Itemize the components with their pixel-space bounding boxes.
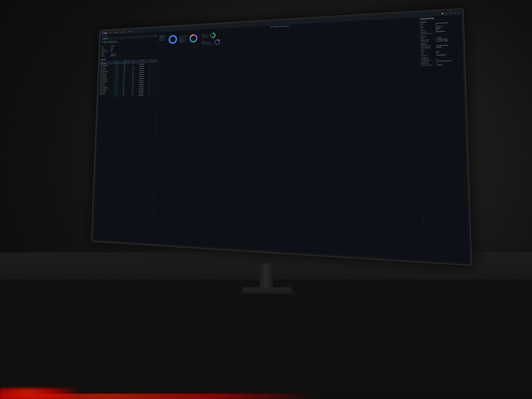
no-condition: No Medical Condition 171 xyxy=(202,43,214,45)
row-adult: Yes xyxy=(132,74,139,76)
total-num: 217 xyxy=(160,36,162,38)
pets-chart-block: Pets 🐾 Pet Owners 91 xyxy=(202,32,220,39)
row-status: A - Active xyxy=(114,81,123,82)
row-citizen: Yes xyxy=(123,89,132,90)
grid-icon[interactable]: ⊞ xyxy=(449,12,452,14)
row-pets: 0 xyxy=(149,94,153,96)
demographics-block: Demographics 👤 Adult F 70 xyxy=(180,33,198,44)
gear-icon[interactable]: ⚙ xyxy=(453,12,456,14)
pets-icon: 🐾 xyxy=(204,34,205,35)
main-donut-block xyxy=(168,34,177,44)
nav-events[interactable]: Events ▾ xyxy=(127,31,133,32)
row-citizen: Yes xyxy=(123,76,132,78)
main-donut-chart xyxy=(168,34,177,44)
bio-vehicle-desc-label: Vehicle Description xyxy=(421,64,437,66)
row-citizen: No xyxy=(123,82,132,84)
row-adult: Yes xyxy=(132,72,139,73)
row-dob: 04/20/1979 xyxy=(139,78,149,79)
bio-status-value: A - Active xyxy=(436,37,441,38)
nav-mission[interactable]: Mission ▾ xyxy=(120,31,126,33)
row-adult: Yes xyxy=(133,70,139,71)
row-adult: No xyxy=(132,89,139,90)
nav-region[interactable]: Region ▾ xyxy=(113,31,119,33)
svg-point-1 xyxy=(169,36,176,43)
screen: orion COP Region ▾ Mission ▾ Events ▾ ☽ xyxy=(93,10,469,263)
row-citizen: Yes xyxy=(123,87,132,88)
row-pets: 0 xyxy=(149,88,154,89)
row-status: A - Active xyxy=(115,62,124,64)
row-name: Guy Hawkins xyxy=(100,93,114,95)
row-name: Cody Fisher xyxy=(100,83,114,85)
nav-cop[interactable]: COP xyxy=(108,32,112,34)
row-dob: 04/20/1999 xyxy=(139,84,149,86)
row-adult: No xyxy=(133,68,139,69)
bio-status-section: Status Status A - Active neoMajorType 1 … xyxy=(421,34,461,43)
bio-manifest-section: Manifest Manifest Status O Vehicle GUID … xyxy=(421,56,462,66)
row-dob: 10/20/2016 xyxy=(139,74,150,75)
row-dob: 02/20/1981 xyxy=(139,82,149,83)
row-name: Bessie Cooper xyxy=(100,91,114,93)
row-dob: 11/20/1979 xyxy=(139,86,149,88)
no-condition-dot xyxy=(202,44,202,45)
print-icon[interactable]: 🖨 xyxy=(445,12,448,14)
row-name: Cameron Williamson xyxy=(100,87,114,89)
col-status: Status xyxy=(115,60,124,62)
row-adult: Yes xyxy=(133,66,139,67)
demo-minor-m: Minor M 38 xyxy=(180,41,188,42)
row-citizen: No xyxy=(123,72,133,74)
row-name: Ralph Edwards xyxy=(100,73,114,75)
bio-bracelet-value: Korea00000001 xyxy=(436,31,445,32)
bio-neo-minor-value: E - Adult 18 or older xyxy=(436,40,448,42)
row-citizen: Yes xyxy=(123,74,132,76)
moon-icon[interactable]: ☽ xyxy=(437,12,440,15)
bio-pets-section: Pets Name Oscar Type PS Bracelet ID xyxy=(421,48,461,57)
row-name xyxy=(99,95,114,97)
desk-surface-glow xyxy=(0,394,532,399)
row-name: Dianne Russell xyxy=(100,81,114,82)
monitor-bezel: orion COP Region ▾ Mission ▾ Events ▾ ☽ xyxy=(93,10,469,263)
stat-legend: Active 212 Inactive 5 xyxy=(160,38,166,41)
row-adult: Yes xyxy=(132,80,139,82)
row-name: Darlene Robertson xyxy=(101,65,115,66)
city-value: Salinas xyxy=(111,45,114,47)
row-citizen: Yes xyxy=(123,91,132,92)
bell-icon[interactable]: 🔔 xyxy=(441,12,444,15)
no-pets: No Pets 121 xyxy=(202,37,209,38)
active-label: Active xyxy=(161,38,163,40)
version-tag: v1.0 xyxy=(457,12,460,13)
row-dob: 12/20/1989 xyxy=(139,65,150,67)
row-status: A - Active xyxy=(114,91,123,92)
active-dot xyxy=(160,39,160,40)
row-name: Wade Warren xyxy=(101,63,115,64)
row-status: A - Active xyxy=(114,95,123,96)
bio-manifest-status-value: O xyxy=(437,59,437,61)
row-dob: 12/20/1979 xyxy=(139,92,149,94)
col-pets: Pets xyxy=(150,59,154,61)
row-adult: No xyxy=(132,95,139,96)
row-dob: 01/20/1985 xyxy=(139,88,149,90)
row-status: A - Active xyxy=(114,72,123,74)
row-status: A - Active xyxy=(114,87,123,88)
row-dob: 01/20/1981 xyxy=(139,72,150,73)
monitor-stand-base xyxy=(241,287,293,294)
bio-vehicle-desc-value: convoy 14 xyxy=(437,64,443,65)
bio-triage-label: Triage Category xyxy=(421,47,436,49)
row-dob: 01/20/2014 xyxy=(139,67,150,69)
row-citizen: No xyxy=(123,80,132,82)
logo-icon xyxy=(102,32,103,34)
no-pets-dot xyxy=(202,37,203,38)
row-citizen: Yes xyxy=(123,93,132,94)
demographics-donut xyxy=(189,33,198,44)
evacuees-table: Wade Warren A - Active Yes Yes Darlene R… xyxy=(98,61,158,97)
dropdown-arrow: ▾ xyxy=(156,35,156,37)
row-pets: 1 xyxy=(149,90,153,91)
modified-value: 1985-11-15 xyxy=(111,55,116,56)
bio-pet-name-value: Oscar xyxy=(436,51,440,52)
right-panel: Evacuee Bio Data General Name John DoeX-… xyxy=(418,15,469,263)
bio-pet-type-value: PS xyxy=(436,53,438,54)
nav-icons: ☽ 🔔 🖨 ⊞ ⚙ v1.0 xyxy=(437,11,460,15)
bio-country-value: USA xyxy=(436,29,438,31)
bio-city-value: Seaside xyxy=(436,27,440,29)
row-citizen: Yes xyxy=(124,64,133,66)
row-pets: 1 xyxy=(150,63,154,64)
